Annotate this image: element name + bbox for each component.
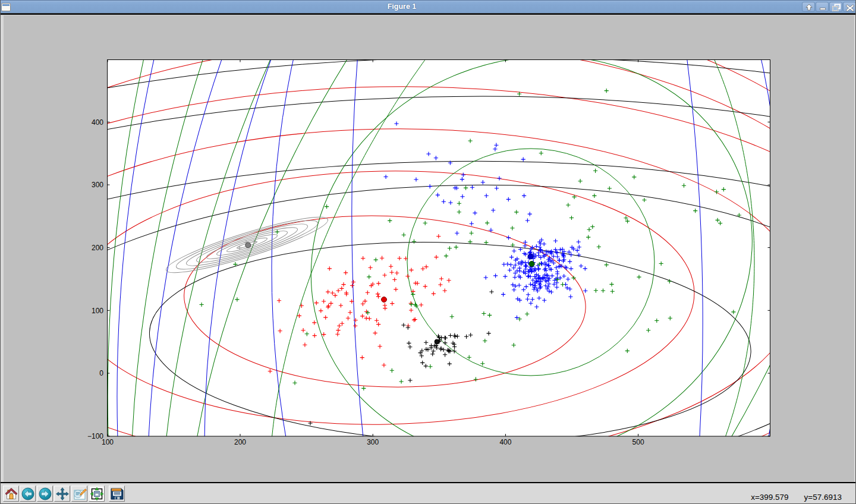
svg-text:400: 400 (92, 118, 103, 127)
svg-text:400: 400 (499, 438, 511, 446)
svg-text:200: 200 (234, 438, 246, 446)
svg-text:100: 100 (92, 307, 103, 315)
svg-text:300: 300 (367, 438, 379, 446)
svg-text:100: 100 (102, 438, 114, 446)
svg-text:−100: −100 (87, 432, 103, 440)
svg-text:300: 300 (92, 181, 103, 189)
svg-text:500: 500 (632, 438, 644, 446)
svg-text:0: 0 (99, 369, 103, 377)
svg-text:200: 200 (92, 244, 103, 252)
